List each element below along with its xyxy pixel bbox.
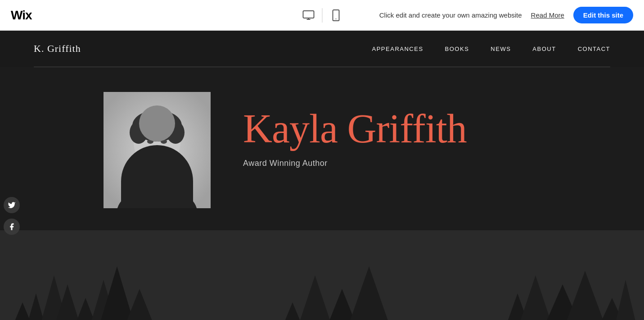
- mobile-view-button[interactable]: [329, 9, 342, 22]
- svg-point-4: [335, 18, 336, 19]
- svg-point-26: [117, 187, 198, 208]
- topbar-left: Wix: [11, 8, 32, 23]
- site-title: K. Griffith: [34, 43, 81, 55]
- social-sidebar: [0, 193, 23, 238]
- svg-point-32: [147, 139, 153, 144]
- author-photo: [104, 92, 211, 208]
- svg-rect-25: [104, 92, 211, 208]
- device-divider: [322, 8, 322, 23]
- promo-text: Click edit and create your own amazing w…: [379, 11, 522, 19]
- facebook-icon[interactable]: [4, 219, 20, 235]
- topbar-right: Click edit and create your own amazing w…: [379, 7, 633, 23]
- nav-item-books[interactable]: BOOKS: [445, 46, 469, 52]
- nav-item-about[interactable]: ABOUT: [532, 46, 556, 52]
- twitter-icon[interactable]: [4, 197, 20, 213]
- hero-section: Kayla Griffith Award Winning Author: [0, 67, 644, 320]
- hero-text: Kayla Griffith Award Winning Author: [243, 108, 467, 168]
- read-more-link[interactable]: Read More: [531, 11, 564, 19]
- svg-point-34: [121, 162, 193, 208]
- topbar: Wix Click edit and create your own amazi…: [0, 0, 644, 31]
- nav-item-contact[interactable]: CONTACT: [578, 46, 610, 52]
- svg-rect-0: [303, 11, 314, 18]
- nav-item-appearances[interactable]: APPEARANCES: [372, 46, 423, 52]
- svg-point-30: [167, 121, 185, 144]
- forest-background: [0, 230, 644, 320]
- hero-name: Kayla Griffith: [243, 108, 467, 151]
- site-nav: APPEARANCES BOOKS NEWS ABOUT CONTACT: [372, 46, 610, 52]
- svg-point-33: [161, 139, 167, 144]
- site-header: K. Griffith APPEARANCES BOOKS NEWS ABOUT…: [0, 31, 644, 67]
- nav-item-news[interactable]: NEWS: [491, 46, 511, 52]
- svg-rect-31: [151, 163, 163, 177]
- hero-subtitle: Award Winning Author: [243, 159, 467, 168]
- author-photo-container: [104, 92, 211, 208]
- device-switcher: [302, 8, 342, 23]
- svg-point-29: [130, 121, 148, 144]
- desktop-view-button[interactable]: [302, 9, 315, 22]
- site-header-wrapper: K. Griffith APPEARANCES BOOKS NEWS ABOUT…: [0, 31, 644, 67]
- wix-logo[interactable]: Wix: [11, 8, 32, 23]
- edit-site-button[interactable]: Edit this site: [573, 7, 633, 23]
